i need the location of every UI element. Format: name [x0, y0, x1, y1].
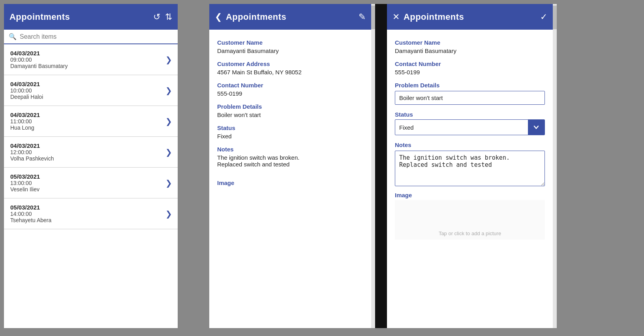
- right-panel-title: Appointments: [404, 12, 535, 22]
- chevron-right-icon: ❯: [165, 209, 172, 219]
- list-item-name: Deepali Haloi: [10, 94, 165, 100]
- image-label: Image: [217, 179, 363, 186]
- customer-name-label: Customer Name: [217, 39, 363, 46]
- middle-panel: ❮ Appointments ✎ Customer Name Damayanti…: [209, 4, 371, 328]
- list-item-name: Damayanti Basumatary: [10, 63, 165, 69]
- notes-label: Notes: [217, 146, 363, 153]
- list-item-content: 04/03/2021 11:00:00 Hua Long: [10, 111, 165, 131]
- right-contact-number-value: 555-0199: [395, 69, 545, 76]
- list-item-date: 04/03/2021: [10, 81, 165, 87]
- right-contact-number-label: Contact Number: [395, 60, 545, 67]
- list-item-time: 12:00:00: [10, 149, 165, 155]
- chevron-right-icon: ❯: [165, 178, 172, 188]
- contact-number-value: 555-0199: [217, 90, 363, 97]
- notes-value: The ignition switch was broken. Replaced…: [217, 154, 363, 168]
- list-item-content: 04/03/2021 10:00:00 Deepali Haloi: [10, 81, 165, 100]
- status-value: Fixed: [217, 133, 363, 140]
- search-icon: 🔍: [9, 33, 17, 40]
- select-arrow-icon[interactable]: [528, 120, 544, 135]
- list-item[interactable]: 04/03/2021 12:00:00 Volha Pashkevich ❯: [4, 137, 178, 168]
- customer-name-value: Damayanti Basumatary: [217, 47, 363, 54]
- middle-panel-header: ❮ Appointments ✎: [209, 4, 371, 30]
- image-placeholder[interactable]: Tap or click to add a picture: [395, 200, 545, 240]
- list-item-time: 10:00:00: [10, 87, 165, 94]
- problem-details-label: Problem Details: [217, 103, 363, 110]
- right-notes-label: Notes: [395, 142, 545, 148]
- chevron-right-icon: ❯: [165, 147, 172, 157]
- list-item-content: 04/03/2021 09:00:00 Damayanti Basumatary: [10, 50, 165, 69]
- right-customer-name-label: Customer Name: [395, 39, 545, 46]
- right-panel-wrapper: ✕ Appointments ✓ Customer Name Damayanti…: [387, 4, 557, 328]
- list-item-name: Tsehayetu Abera: [10, 217, 165, 223]
- appointments-list: 04/03/2021 09:00:00 Damayanti Basumatary…: [4, 44, 178, 229]
- back-icon[interactable]: ❮: [215, 12, 222, 22]
- list-item-name: Volha Pashkevich: [10, 155, 165, 162]
- chevron-right-icon: ❯: [165, 117, 172, 126]
- list-item-date: 04/03/2021: [10, 142, 165, 149]
- list-item-date: 05/03/2021: [10, 204, 165, 211]
- problem-details-value: Boiler won't start: [217, 111, 363, 118]
- middle-panel-wrapper: ❮ Appointments ✎ Customer Name Damayanti…: [209, 4, 375, 328]
- contact-number-label: Contact Number: [217, 82, 363, 89]
- status-select-wrap: Fixed Pending In Progress Cancelled: [395, 119, 545, 135]
- right-customer-name-value: Damayanti Basumatary: [395, 47, 545, 54]
- search-input[interactable]: [20, 33, 173, 40]
- list-item-time: 13:00:00: [10, 180, 165, 186]
- list-item-content: 05/03/2021 14:00:00 Tsehayetu Abera: [10, 204, 165, 223]
- list-item-time: 11:00:00: [10, 118, 165, 125]
- right-image-label: Image: [395, 192, 545, 198]
- list-item-name: Veselin Iliev: [10, 186, 165, 193]
- list-item[interactable]: 04/03/2021 10:00:00 Deepali Haloi ❯: [4, 75, 178, 106]
- confirm-icon[interactable]: ✓: [540, 12, 547, 22]
- list-item[interactable]: 04/03/2021 09:00:00 Damayanti Basumatary…: [4, 44, 178, 75]
- left-panel-title: Appointments: [9, 12, 148, 22]
- right-scrollbar[interactable]: [553, 4, 557, 328]
- right-panel: ✕ Appointments ✓ Customer Name Damayanti…: [387, 4, 553, 328]
- black-gap: [375, 4, 387, 328]
- list-item-content: 05/03/2021 13:00:00 Veselin Iliev: [10, 173, 165, 193]
- right-problem-details-label: Problem Details: [395, 82, 545, 89]
- list-item[interactable]: 04/03/2021 11:00:00 Hua Long ❯: [4, 106, 178, 137]
- list-item-date: 04/03/2021: [10, 50, 165, 57]
- chevron-right-icon: ❯: [165, 86, 172, 95]
- middle-scrollbar[interactable]: [371, 4, 375, 328]
- middle-panel-title: Appointments: [226, 12, 354, 22]
- chevron-right-icon: ❯: [165, 55, 172, 64]
- right-status-label: Status: [395, 111, 545, 118]
- list-item-content: 04/03/2021 12:00:00 Volha Pashkevich: [10, 142, 165, 162]
- search-bar: 🔍: [4, 30, 178, 44]
- middle-panel-body: Customer Name Damayanti Basumatary Custo…: [209, 30, 371, 328]
- list-item-name: Hua Long: [10, 125, 165, 131]
- refresh-icon[interactable]: ↺: [153, 12, 160, 22]
- list-item[interactable]: 05/03/2021 14:00:00 Tsehayetu Abera ❯: [4, 198, 178, 229]
- right-scrollbar-thumb[interactable]: [553, 6, 557, 29]
- right-panel-body: Customer Name Damayanti Basumatary Conta…: [387, 30, 553, 328]
- list-item-time: 09:00:00: [10, 57, 165, 63]
- list-item-time: 14:00:00: [10, 211, 165, 217]
- list-item[interactable]: 05/03/2021 13:00:00 Veselin Iliev ❯: [4, 168, 178, 198]
- customer-address-label: Customer Address: [217, 60, 363, 67]
- notes-textarea[interactable]: [395, 151, 545, 186]
- left-panel: Appointments ↺ ⇅ 🔍 04/03/2021 09:00:00 D…: [4, 4, 178, 328]
- right-panel-header: ✕ Appointments ✓: [387, 4, 553, 30]
- status-select[interactable]: Fixed Pending In Progress Cancelled: [395, 121, 528, 134]
- middle-scrollbar-thumb[interactable]: [371, 6, 375, 29]
- status-label: Status: [217, 125, 363, 131]
- close-icon[interactable]: ✕: [392, 12, 400, 22]
- list-item-date: 05/03/2021: [10, 173, 165, 180]
- customer-address-value: 4567 Main St Buffalo, NY 98052: [217, 69, 363, 76]
- list-item-date: 04/03/2021: [10, 111, 165, 118]
- edit-icon[interactable]: ✎: [359, 12, 366, 22]
- problem-details-input[interactable]: [395, 91, 545, 105]
- left-panel-header: Appointments ↺ ⇅: [4, 4, 178, 30]
- sort-icon[interactable]: ⇅: [165, 12, 172, 22]
